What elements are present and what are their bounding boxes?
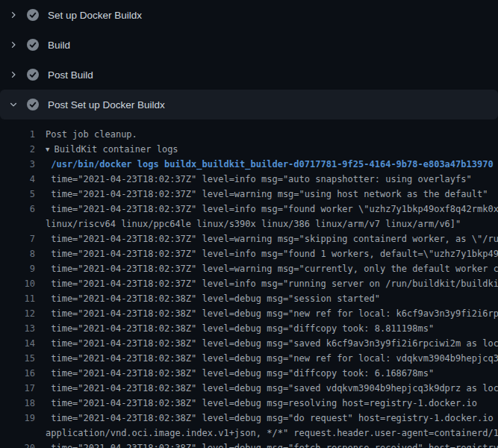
log-text: time="2021-04-23T18:02:38Z" level=debug … [46,321,434,336]
log-text: time="2021-04-23T18:02:37Z" level=warnin… [46,261,498,276]
line-number[interactable]: 10 [0,276,35,291]
log-area: 1Post job cleanup.2▼BuildKit container l… [0,119,498,448]
step-header-set-up-docker-buildx[interactable]: Set up Docker Buildx [0,0,498,30]
log-text: time="2021-04-23T18:02:38Z" level=debug … [46,306,498,321]
step-header-post-set-up-docker-buildx[interactable]: Post Set up Docker Buildx [0,90,498,119]
log-row: 14 time="2021-04-23T18:02:38Z" level=deb… [0,336,498,351]
log-row: 6 time="2021-04-23T18:02:37Z" level=info… [0,202,498,217]
log-row: 15 time="2021-04-23T18:02:38Z" level=deb… [0,351,498,366]
log-row: 9 time="2021-04-23T18:02:37Z" level=warn… [0,261,498,276]
log-text: time="2021-04-23T18:02:37Z" level=warnin… [46,231,498,246]
line-number[interactable]: 4 [0,172,35,187]
log-text: linux/riscv64 linux/ppc64le linux/s390x … [46,217,461,231]
step-label: Post Build [48,69,93,81]
log-row: 13 time="2021-04-23T18:02:38Z" level=deb… [0,321,498,336]
line-number [0,217,35,231]
check-circle-icon [27,9,39,21]
log-row: 19 time="2021-04-23T18:02:38Z" level=deb… [0,411,498,426]
log-text: time="2021-04-23T18:02:38Z" level=debug … [46,366,434,381]
chevron-right-icon [7,39,19,51]
line-number[interactable]: 11 [0,291,35,306]
log-text: Post job cleanup. [46,127,137,142]
chevron-right-icon [7,9,19,21]
group-collapse-icon[interactable]: ▼ [46,142,49,157]
log-row: 10 time="2021-04-23T18:02:37Z" level=inf… [0,276,498,291]
check-circle-icon [27,39,39,51]
log-row: 18 time="2021-04-23T18:02:38Z" level=deb… [0,396,498,411]
log-text: application/vnd.oci.image.index.v1+json,… [46,426,498,441]
log-row: 17 time="2021-04-23T18:02:38Z" level=deb… [0,381,498,396]
log-text: time="2021-04-23T18:02:37Z" level=info m… [46,202,498,217]
log-row: application/vnd.oci.image.index.v1+json,… [0,426,498,441]
check-circle-icon [27,69,39,81]
line-number[interactable]: 14 [0,336,35,351]
line-number[interactable]: 2 [0,142,35,157]
log-row: 2▼BuildKit container logs [0,142,498,157]
log-text: time="2021-04-23T18:02:37Z" level=warnin… [46,187,488,202]
line-number[interactable]: 8 [0,246,35,261]
line-number[interactable]: 17 [0,381,35,396]
line-number[interactable]: 1 [0,127,35,142]
line-number[interactable]: 3 [0,157,35,172]
line-number[interactable]: 20 [0,441,35,448]
step-label: Set up Docker Buildx [48,10,142,21]
log-text: time="2021-04-23T18:02:37Z" level=info m… [46,172,472,187]
log-command-text: /usr/bin/docker logs buildx_buildkit_bui… [46,157,494,172]
log-text: time="2021-04-23T18:02:37Z" level=info m… [46,276,498,291]
step-label: Post Set up Docker Buildx [48,99,165,111]
line-number[interactable]: 13 [0,321,35,336]
log-row: 16 time="2021-04-23T18:02:38Z" level=deb… [0,366,498,381]
log-row: 3 /usr/bin/docker logs buildx_buildkit_b… [0,157,498,172]
log-text: time="2021-04-23T18:02:38Z" level=debug … [46,381,498,396]
log-text: time="2021-04-23T18:02:38Z" level=debug … [46,336,498,351]
line-number[interactable]: 7 [0,231,35,246]
workflow-job-log-panel: Set up Docker BuildxBuildPost BuildPost … [0,0,498,448]
line-number[interactable]: 6 [0,202,35,217]
chevron-down-icon [7,99,19,111]
log-text: time="2021-04-23T18:02:38Z" level=debug … [46,441,498,448]
steps-list: Set up Docker BuildxBuildPost BuildPost … [0,0,498,119]
step-header-build[interactable]: Build [0,30,498,60]
step-header-post-build[interactable]: Post Build [0,60,498,90]
line-number[interactable]: 9 [0,261,35,276]
log-row: 11 time="2021-04-23T18:02:38Z" level=deb… [0,291,498,306]
log-text: time="2021-04-23T18:02:38Z" level=debug … [46,396,477,411]
log-text: time="2021-04-23T18:02:38Z" level=debug … [46,411,498,426]
line-number [0,426,35,441]
log-row: 12 time="2021-04-23T18:02:38Z" level=deb… [0,306,498,321]
log-row: 4 time="2021-04-23T18:02:37Z" level=info… [0,172,498,187]
log-text: time="2021-04-23T18:02:38Z" level=debug … [46,291,380,306]
step-label: Build [48,40,70,51]
log-row: 8 time="2021-04-23T18:02:37Z" level=info… [0,246,498,261]
chevron-right-icon [7,69,19,81]
log-row: 1Post job cleanup. [0,127,498,142]
log-text: time="2021-04-23T18:02:38Z" level=debug … [46,351,498,366]
check-circle-icon [27,99,39,111]
line-number[interactable]: 19 [0,411,35,426]
log-text: time="2021-04-23T18:02:37Z" level=info m… [46,246,498,261]
log-row: 20 time="2021-04-23T18:02:38Z" level=deb… [0,441,498,448]
line-number[interactable]: 18 [0,396,35,411]
group-title[interactable]: BuildKit container logs [54,144,178,155]
line-number[interactable]: 5 [0,187,35,202]
log-row: 5 time="2021-04-23T18:02:37Z" level=warn… [0,187,498,202]
line-number[interactable]: 16 [0,366,35,381]
log-row: 7 time="2021-04-23T18:02:37Z" level=warn… [0,231,498,246]
log-text: ▼BuildKit container logs [46,142,178,157]
line-number[interactable]: 15 [0,351,35,366]
line-number[interactable]: 12 [0,306,35,321]
log-row: linux/riscv64 linux/ppc64le linux/s390x … [0,217,498,231]
